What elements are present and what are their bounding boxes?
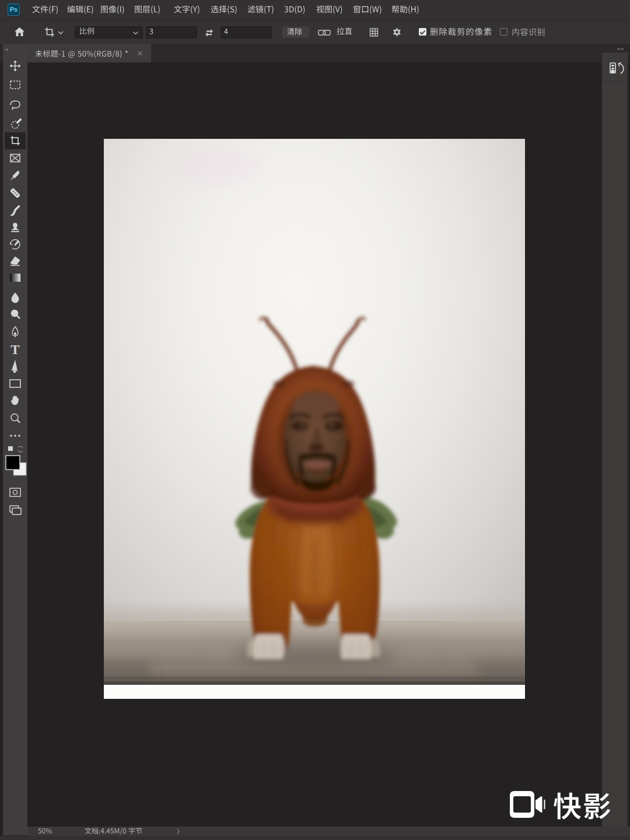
svg-text:T: T <box>10 342 19 357</box>
svg-text:»: » <box>5 47 9 52</box>
